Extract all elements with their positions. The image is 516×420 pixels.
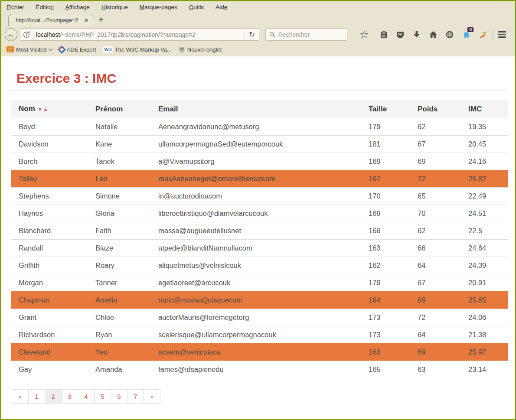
cell-email: musAeneaneget@ornareliberoatcom (150, 170, 361, 188)
folder-icon (7, 46, 14, 52)
reload-icon[interactable]: ↻ (248, 30, 256, 39)
url-bar[interactable]: localhost/~denis/PHP_2017/tp2bis/paginat… (20, 28, 259, 41)
cell-email: fames@idsapienedu (150, 361, 361, 378)
search-placeholder: Rechercher (278, 31, 310, 38)
cell-poids: 69 (410, 153, 460, 170)
page-link-6[interactable]: 6 (111, 389, 127, 404)
cell-nom: Blanchard (11, 222, 88, 240)
page-content: Exercice 3 : IMC Nom▼▲ Prénom Email Tail… (1, 56, 515, 419)
sort-desc-icon[interactable]: ▼ (38, 107, 43, 112)
table-row: StephensSimonein@auctorodioacom1706522.4… (11, 188, 508, 205)
page-link-1[interactable]: 1 (28, 389, 45, 404)
back-button[interactable]: ← (5, 28, 17, 41)
globe-icon (179, 46, 185, 53)
table-row: ChapmanAmelianunc@massaQuisquecom1646925… (11, 292, 508, 309)
url-text[interactable]: localhost/~denis/PHP_2017/tp2bis/paginat… (36, 31, 242, 38)
cell-poids: 62 (410, 222, 460, 240)
cell-prenom: Faith (88, 222, 150, 240)
search-bar[interactable]: Rechercher (265, 28, 347, 41)
cell-prenom: Chloe (88, 309, 150, 326)
navigation-toolbar: ← localhost/~denis/PHP_2017/tp2bis/pagin… (1, 26, 515, 43)
menu-bar: FichierÉditionAffichageHistoriqueMarque-… (1, 1, 515, 13)
services-globe-button[interactable] (441, 28, 458, 41)
menu-item-affichage[interactable]: Affichage (65, 4, 90, 10)
site-info-icon[interactable] (23, 31, 30, 38)
page-link-«[interactable]: « (12, 389, 29, 404)
pocket-button[interactable] (392, 28, 408, 41)
menu-item--dition[interactable]: Édition (36, 4, 54, 10)
cell-imc: 19.35 (460, 118, 508, 136)
bookmark-label: Most Visited (16, 46, 47, 53)
cell-taille: 167 (361, 170, 410, 188)
cell-email: ullamcorpermagnaSed@eutemporcouk (150, 136, 361, 153)
sort-asc-icon[interactable]: ▲ (43, 107, 49, 112)
download-icon (413, 30, 421, 39)
cell-imc: 25.97 (460, 344, 508, 361)
page-link-»[interactable]: » (144, 389, 160, 404)
downloads-button[interactable] (408, 28, 425, 41)
menu-item-aide[interactable]: Aide (216, 4, 227, 10)
cell-prenom: Amelia (88, 292, 150, 309)
new-tab-button[interactable]: + (93, 14, 109, 26)
imc-table: Nom▼▲ Prénom Email Taille Poids IMC Boyd… (11, 100, 508, 378)
home-button[interactable] (425, 28, 441, 41)
cell-taille: 179 (361, 118, 410, 136)
menu-item-outils[interactable]: Outils (189, 4, 204, 10)
menu-button[interactable] (494, 28, 510, 41)
menu-item-marque-pages[interactable]: Marque-pages (140, 4, 177, 10)
table-row: BoydNatalieAeneangravidanunc@metusorg179… (11, 118, 508, 136)
bookmark-most-visited[interactable]: Most Visited (5, 46, 54, 53)
column-header-nom: Nom▼▲ (11, 100, 88, 118)
cell-taille: 173 (361, 309, 410, 326)
tab-close-icon[interactable]: ✕ (84, 17, 88, 23)
menu-item-fichier[interactable]: Fichier (7, 4, 24, 10)
cell-imc: 20.45 (460, 136, 508, 153)
pocket-icon (396, 30, 405, 39)
title-divider (11, 90, 507, 91)
bookmark-ade-expert[interactable]: ADE Expert (57, 46, 98, 53)
cell-prenom: Tanner (88, 274, 150, 292)
cell-email: nunc@massaQuisquecom (150, 292, 361, 309)
cell-imc: 20.91 (460, 274, 508, 292)
browser-tab[interactable]: http://local.../?numpage=2 ✕ (8, 14, 93, 26)
star-icon: ☆ (359, 30, 369, 39)
cell-nom: Davidson (11, 136, 88, 153)
cell-prenom: Yeo (88, 344, 150, 361)
cell-imc: 24.51 (460, 205, 508, 222)
page-link-7[interactable]: 7 (127, 389, 144, 404)
table-row: GriffithRoaryaliquetmetus@velnislcouk162… (11, 257, 508, 274)
cell-email: auctorMauris@loremegetorg (150, 309, 361, 326)
cell-nom: Richardson (11, 326, 88, 344)
cell-poids: 62 (410, 118, 460, 136)
imc-table-body: BoydNatalieAeneangravidanunc@metusorg179… (11, 118, 508, 378)
cell-prenom: Kane (88, 136, 150, 153)
column-header-imc: IMC (460, 100, 508, 118)
cell-nom: Morgan (11, 274, 88, 292)
page-link-2[interactable]: 2 (45, 389, 62, 404)
page-link-4[interactable]: 4 (78, 389, 95, 404)
cell-taille: 163 (361, 344, 410, 361)
bookmark-star-button[interactable]: ☆ (356, 28, 372, 41)
clipboard-icon (380, 30, 388, 39)
page-link-5[interactable]: 5 (94, 389, 111, 404)
cell-taille: 173 (361, 326, 410, 344)
extension-button[interactable] (474, 28, 491, 41)
cell-nom: Stephens (11, 188, 88, 205)
bookmark-w3c-validator[interactable]: W3 The W3C Markup Va... (101, 46, 173, 53)
cell-taille: 170 (361, 188, 410, 205)
cell-poids: 69 (410, 344, 460, 361)
page-link-3[interactable]: 3 (61, 389, 78, 404)
bookmarks-menu-button[interactable] (376, 28, 392, 41)
page-title: Exercice 3 : IMC (16, 71, 507, 86)
cell-email: acsem@vehiculaca (150, 344, 361, 361)
ghostery-button[interactable]: 0 (458, 28, 474, 41)
menu-item-historique[interactable]: Historique (101, 4, 128, 10)
cell-email: atpede@blanditNamnullacom (150, 240, 361, 257)
cell-imc: 22.49 (460, 188, 508, 205)
bookmark-nouvel-onglet[interactable]: Nouvel onglet (177, 46, 224, 53)
cell-taille: 162 (361, 257, 410, 274)
back-icon: ← (7, 30, 15, 39)
cell-prenom: Amanda (88, 361, 150, 378)
cell-poids: 64 (410, 257, 460, 274)
search-icon (269, 32, 275, 38)
